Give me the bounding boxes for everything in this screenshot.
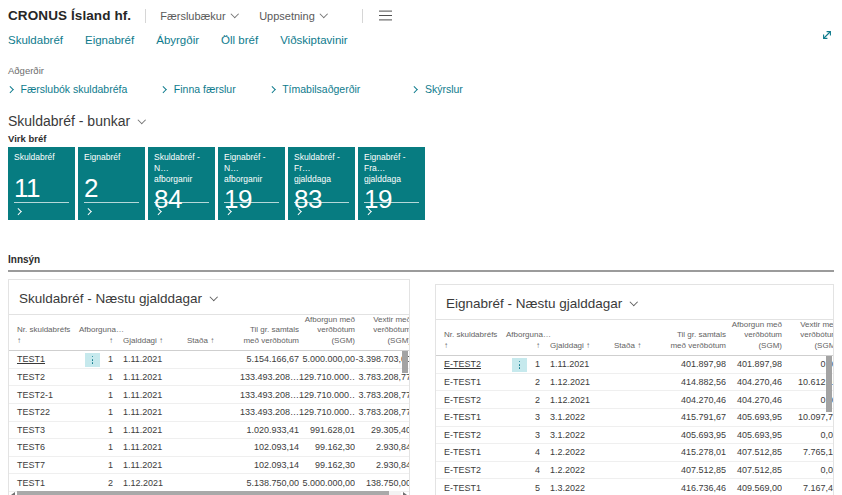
record-link[interactable]: TEST1	[17, 354, 45, 364]
record-link[interactable]: E-TEST1	[444, 483, 481, 493]
record-link[interactable]: TEST2-1	[17, 390, 53, 400]
column-header[interactable]: Afborgun með verðbótum (SGM)	[299, 315, 355, 346]
table-row[interactable]: TEST611.11.2021102.093,1499.162,302.930,…	[9, 439, 409, 457]
record-link[interactable]: E-TEST2	[444, 359, 481, 369]
table-cell: 1.2.2022	[540, 447, 604, 457]
table-cell: 5.000.000,00	[299, 478, 355, 488]
menu-uppsetning[interactable]: Uppsetning	[259, 10, 326, 22]
column-header[interactable]: Til gr. samtals með verðbótum	[221, 325, 299, 346]
record-link[interactable]: E-TEST2	[444, 395, 481, 405]
table-row[interactable]: TEST211.11.2021133.493.208…129.710.000…3…	[9, 369, 409, 387]
table-cell: 1	[79, 460, 113, 470]
action-faerslubok-skuldabrefa[interactable]: Færslubók skuldabréfa	[8, 83, 127, 95]
nav-item-vidskiptavinir[interactable]: Viðskiptavinir	[280, 34, 348, 46]
column-header[interactable]: Afborgun með verðbótum (SGM)	[726, 320, 782, 351]
column-header[interactable]: Gjalddagi ↑	[540, 341, 604, 351]
vertical-scrollbar-thumb[interactable]	[402, 351, 408, 373]
table-row[interactable]: TEST111.11.20215.154.166,675.000.000,00-…	[9, 351, 409, 369]
table-cell: 102.093,14	[221, 460, 299, 470]
table-row[interactable]: TEST311.11.20211.020.933,41991.628,0129.…	[9, 422, 409, 440]
table-cell: 1.11.2021	[540, 359, 604, 369]
column-header[interactable]: Staða ↑	[604, 341, 648, 351]
table-cell: 404.270,46	[648, 395, 726, 405]
column-header[interactable]: Til gr. samtals með verðbótum	[648, 330, 726, 351]
cue-tile[interactable]: Skuldabréf11	[8, 147, 75, 220]
record-link[interactable]: E-TEST2	[444, 430, 481, 440]
column-header[interactable]: Nr. skuldabréfs ↑	[9, 325, 79, 346]
record-link[interactable]: E-TEST2	[444, 465, 481, 475]
cue-tile-title: Skuldabréf - Fr… gjalddaga	[294, 152, 349, 185]
table-row[interactable]: E-TEST211.11.2021401.897,98401.897,980,0…	[436, 356, 833, 374]
table-cell: 5	[506, 483, 540, 493]
hamburger-menu-icon[interactable]	[379, 15, 392, 17]
column-header[interactable]: Nr. skuldabréfs ↑	[436, 330, 506, 351]
table-row[interactable]: E-TEST121.12.2021414.882,56404.270,4610.…	[436, 374, 833, 392]
table-cell: 407.512,85	[648, 465, 726, 475]
cue-tile[interactable]: Skuldabréf - N… afborganir84	[148, 147, 215, 220]
record-link[interactable]: TEST3	[17, 425, 45, 435]
nav-item-eignabref[interactable]: Eignabréf	[85, 34, 134, 46]
table-cell: 2.930,84	[355, 460, 410, 470]
action-finna-faerslur[interactable]: Finna færslur	[161, 83, 235, 95]
action-timabilsadgerdir[interactable]: Tímabilsaðgerðir	[270, 83, 361, 95]
cue-tile[interactable]: Skuldabréf - Fr… gjalddaga83	[288, 147, 355, 220]
table-cell: 1	[79, 390, 113, 400]
table-cell: 129.710.000…	[299, 407, 355, 417]
cue-tile-title: Skuldabréf	[14, 152, 69, 174]
chevron-right-icon	[85, 208, 91, 214]
table-row[interactable]: E-TEST133.1.2022415.791,67405.693,9510.0…	[436, 409, 833, 427]
table-cell: 991.628,01	[299, 425, 355, 435]
table-row[interactable]: TEST2211.11.2021133.493.208…129.710.000……	[9, 404, 409, 422]
record-link[interactable]: TEST1	[17, 478, 45, 488]
column-header[interactable]: Gjalddagi ↑	[113, 336, 177, 346]
card-title[interactable]: Skuldabréf - Næstu gjalddagar	[9, 280, 409, 314]
tile-divider	[294, 202, 349, 203]
tile-divider	[14, 202, 69, 203]
vertical-scrollbar-thumb[interactable]	[826, 356, 832, 412]
record-link[interactable]: TEST2	[17, 372, 45, 382]
cue-tile[interactable]: Eignabréf - N… afborganir19	[218, 147, 285, 220]
table-row[interactable]: E-TEST221.12.2021404.270,46404.270,460,0…	[436, 391, 833, 409]
chevron-down-icon	[138, 116, 146, 124]
horizontal-scrollbar[interactable]	[11, 490, 407, 495]
record-link[interactable]: E-TEST1	[444, 412, 481, 422]
column-header[interactable]: Vextir með verðbótum (SGM)	[782, 320, 834, 351]
nav-item-abyrgdir[interactable]: Ábyrgðir	[156, 34, 199, 46]
nav-item-oll-bref[interactable]: Öll bréf	[221, 34, 258, 46]
table-row[interactable]: E-TEST141.2.2022415.278,01407.512,857.76…	[436, 444, 833, 462]
column-header[interactable]: Staða ↑	[177, 336, 221, 346]
horizontal-scrollbar-thumb[interactable]	[17, 491, 389, 495]
column-header[interactable]: Vextir með verðbótum (SGM)	[355, 315, 410, 346]
cues-section: Skuldabréf - bunkar Virk bréf Skuldabréf…	[8, 113, 834, 220]
table-row[interactable]: E-TEST233.1.2022405.693,95405.693,950,00	[436, 427, 833, 445]
nav-item-skuldabref[interactable]: Skuldabréf	[8, 34, 63, 46]
scroll-left-icon[interactable]	[11, 492, 15, 495]
table-cell: 1.3.2022	[540, 483, 604, 493]
card-title[interactable]: Eignabréf - Næstu gjalddagar	[436, 285, 833, 319]
row-menu-icon[interactable]	[512, 358, 527, 373]
action-skyrslur[interactable]: Skýrslur	[412, 83, 462, 95]
scroll-right-icon[interactable]	[403, 492, 407, 495]
record-link[interactable]: E-TEST1	[444, 377, 481, 387]
table-row[interactable]: E-TEST151.3.2022416.736,46409.569,007.16…	[436, 479, 833, 495]
record-link[interactable]: E-TEST1	[444, 447, 481, 457]
table-row[interactable]: TEST711.11.2021102.093,1499.162,302.930,…	[9, 457, 409, 475]
menu-faerslubaekur[interactable]: Færslubækur	[160, 10, 237, 22]
column-header[interactable]: Afborguna… ↑	[79, 325, 113, 346]
record-link[interactable]: TEST22	[17, 407, 50, 417]
table-cell: 7.765,16	[782, 447, 834, 457]
record-link[interactable]: TEST7	[17, 460, 45, 470]
cue-tile[interactable]: Eignabréf - Fra… gjalddaga19	[358, 147, 425, 220]
company-name[interactable]: CRONUS Ísland hf.	[8, 8, 131, 23]
record-link[interactable]: TEST6	[17, 442, 45, 452]
cue-tile[interactable]: Eignabréf2	[78, 147, 145, 220]
column-header[interactable]: Afborguna… ↑	[506, 330, 540, 351]
row-menu-icon[interactable]	[85, 353, 100, 368]
table-cell: 0,00	[782, 430, 834, 440]
tile-divider	[154, 202, 209, 203]
cues-heading[interactable]: Skuldabréf - bunkar	[8, 113, 834, 129]
table-row[interactable]: TEST2-111.11.2021133.493.208…129.710.000…	[9, 386, 409, 404]
table-row[interactable]: E-TEST241.2.2022407.512,85407.512,850,00	[436, 462, 833, 480]
insights-section: Innsýn Skuldabréf - Næstu gjalddagar Nr.…	[8, 254, 834, 495]
expand-icon[interactable]	[821, 27, 833, 45]
